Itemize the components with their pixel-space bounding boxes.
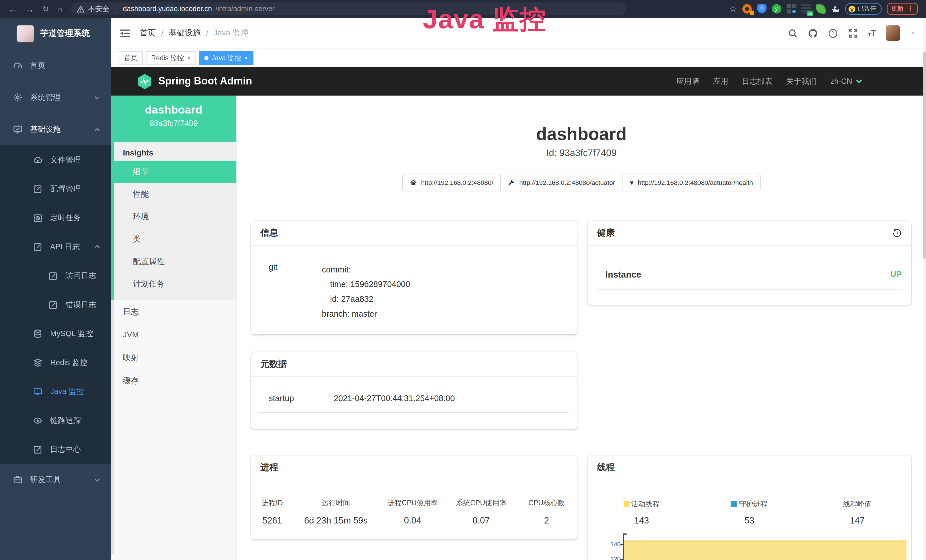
url-path[interactable]: /infra/admin-server <box>216 5 275 13</box>
instance-sidebar: dashboard 93a3fc7f7409 Insights 细节 性能 环境… <box>111 95 237 560</box>
menu-item-metrics[interactable]: 性能 <box>114 183 236 206</box>
history-icon[interactable] <box>892 228 902 238</box>
git-id-line: id: 27aa832 <box>322 292 410 307</box>
system-cpu: 0.07 <box>447 515 515 525</box>
close-icon[interactable]: × <box>244 54 248 62</box>
metadata-card: 元数据 startup 2021-04-27T00:44:31.254+08:0… <box>251 352 578 429</box>
extension-grid-icon[interactable] <box>786 4 796 14</box>
extension-on-icon[interactable]: on <box>801 4 811 14</box>
extension-pin-icon[interactable] <box>757 4 766 14</box>
menu-item-jvm[interactable]: JVM <box>114 323 236 346</box>
health-instance-row[interactable]: Instance UP <box>587 246 911 279</box>
edit-square-icon <box>48 300 58 309</box>
menu-item-caches[interactable]: 缓存 <box>114 369 236 392</box>
edit-square-icon <box>33 242 42 251</box>
sidebar-item-config-manage[interactable]: 配置管理 <box>0 174 111 203</box>
sidebar-item-home[interactable]: 首页 <box>0 50 111 82</box>
user-menu-caret-icon[interactable]: ▼ <box>910 30 915 36</box>
page-title: dashboard <box>237 124 926 144</box>
chrome-update-button[interactable]: 更新 ⋮ <box>887 3 918 15</box>
user-avatar[interactable] <box>886 26 900 41</box>
scrollbar-thumb[interactable] <box>923 52 926 259</box>
chevron-down-icon <box>856 79 862 83</box>
briefcase-icon <box>13 475 23 484</box>
sba-nav-wallboard[interactable]: 应用墙 <box>676 76 699 86</box>
endpoint-service-url[interactable]: http://192.168.0.2:48080/ <box>402 174 501 191</box>
instance-name: dashboard <box>111 103 236 117</box>
sidebar-item-scheduled-jobs[interactable]: 定时任务 <box>0 203 111 232</box>
home-icon[interactable]: ⌂ <box>57 4 63 14</box>
browser-menu-icon[interactable]: ⋮ <box>907 5 914 13</box>
font-size-icon[interactable]: тT <box>868 28 876 38</box>
chevron-down-icon <box>94 477 100 483</box>
github-icon[interactable] <box>808 28 818 38</box>
back-icon[interactable]: ← <box>8 4 17 14</box>
status-up-badge: UP <box>890 269 902 279</box>
sidebar-item-error-log[interactable]: 错误日志 <box>0 290 111 319</box>
extension-leaf-icon[interactable] <box>816 4 825 14</box>
health-card: 健康 Instance UP <box>587 221 911 305</box>
instance-menu: 日志 JVM 映射 缓存 <box>111 300 236 554</box>
process-uptime: 6d 23h 15m 59s <box>294 515 378 525</box>
sba-nav-about[interactable]: 关于我们 <box>786 76 817 86</box>
sidebar-item-tracing[interactable]: 链路追踪 <box>0 406 111 435</box>
sidebar-item-file-manage[interactable]: 文件管理 <box>0 145 111 174</box>
breadcrumb-home[interactable]: 首页 <box>140 28 156 38</box>
cloud-upload-icon <box>33 155 42 165</box>
timer-icon <box>33 213 42 222</box>
endpoint-actuator-url[interactable]: http://192.168.0.2:48080/actuator <box>501 174 623 191</box>
fullscreen-icon[interactable] <box>848 28 858 38</box>
sidebar-toggle-icon[interactable] <box>119 29 130 37</box>
reload-icon[interactable]: ↻ <box>42 5 49 14</box>
search-icon[interactable] <box>788 28 798 38</box>
infrastructure-submenu: 文件管理 配置管理 定时任务 API 日志 访问日志 <box>0 145 111 463</box>
sba-brand[interactable]: Spring Boot Admin <box>137 73 252 89</box>
endpoint-health-url[interactable]: ♥ http://192.168.0.2:48080/actuator/heal… <box>622 174 761 191</box>
sidebar-item-access-log[interactable]: 访问日志 <box>0 261 111 290</box>
menu-item-logs[interactable]: 日志 <box>114 300 236 323</box>
home-icon <box>410 179 417 186</box>
menu-item-config-props[interactable]: 配置属性 <box>114 250 236 273</box>
tab-java-monitor[interactable]: Java 监控× <box>199 51 253 65</box>
breadcrumb-current: Java 监控 <box>213 28 249 38</box>
sba-nav-journal[interactable]: 日志报表 <box>742 76 773 86</box>
close-icon[interactable]: × <box>187 54 191 62</box>
extension-green-y-icon[interactable]: y <box>772 4 781 14</box>
extensions-puzzle-icon[interactable] <box>831 5 840 14</box>
legend-live-swatch <box>623 501 629 507</box>
tab-home[interactable]: 首页 <box>119 51 143 65</box>
sidebar-item-log-center[interactable]: 日志中心 <box>0 435 111 463</box>
ytick-140: 140 <box>610 540 620 548</box>
page-scrollbar[interactable] <box>923 18 926 560</box>
menu-item-details[interactable]: 细节 <box>114 160 236 183</box>
threads-area-chart: 140 120 100 <box>603 532 908 560</box>
sidebar-item-api-log[interactable]: API 日志 <box>0 232 111 261</box>
sidebar-item-dev-tools[interactable]: 研发工具 <box>0 464 111 496</box>
bookmark-star-icon[interactable]: ☆ <box>729 4 737 14</box>
sba-nav-applications[interactable]: 应用 <box>713 76 728 86</box>
menu-item-mappings[interactable]: 映射 <box>114 346 236 369</box>
tab-redis-monitor[interactable]: Redis 监控× <box>146 51 196 65</box>
sba-language-select[interactable]: zh-CN <box>831 77 862 86</box>
sidebar-item-infrastructure[interactable]: 基础设施 <box>0 114 111 145</box>
menu-item-environment[interactable]: 环境 <box>114 206 236 228</box>
sidebar-item-java-monitor[interactable]: Java 监控 <box>0 377 111 406</box>
gear-icon <box>13 93 23 102</box>
divider <box>596 289 903 289</box>
extension-orange-icon[interactable]: 1 <box>742 4 752 14</box>
menu-item-scheduled-tasks[interactable]: 计划任务 <box>114 273 236 295</box>
forward-icon[interactable]: → <box>26 4 34 14</box>
menu-item-classes[interactable]: 类 <box>114 228 236 250</box>
profile-paused-badge[interactable]: 已暂停 <box>845 3 882 15</box>
main-sidebar: 芋道管理系统 首页 系统管理 基础设施 文件管理 <box>0 18 111 560</box>
sidebar-item-redis-monitor[interactable]: Redis 监控 <box>0 348 111 377</box>
brand-title: 芋道管理系统 <box>40 28 90 39</box>
breadcrumb-infrastructure[interactable]: 基础设施 <box>169 28 201 38</box>
help-icon[interactable]: ? <box>828 28 838 38</box>
sidebar-item-mysql-monitor[interactable]: MySQL 监控 <box>0 319 111 348</box>
security-label[interactable]: 不安全 <box>88 4 109 14</box>
instance-header[interactable]: dashboard 93a3fc7f7409 <box>111 95 236 142</box>
url-host[interactable]: dashboard.yudao.iocoder.cn <box>123 5 212 13</box>
metadata-key: startup <box>269 394 334 403</box>
sidebar-item-system[interactable]: 系统管理 <box>0 82 111 114</box>
